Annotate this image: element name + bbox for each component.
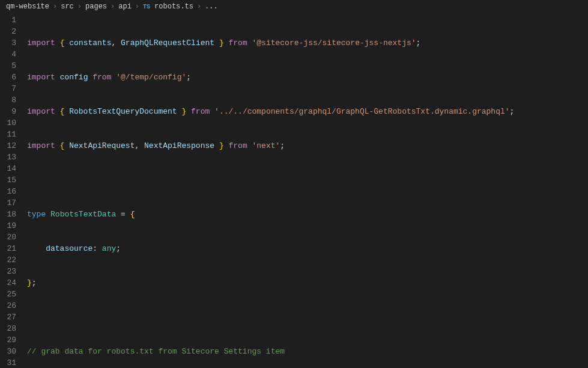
chevron-right-icon: › (77, 2, 82, 11)
code-line[interactable]: // grab data for robots.txt from Sitecor… (27, 346, 588, 357)
line-number: 2 (0, 26, 16, 37)
breadcrumb-item[interactable]: src (61, 2, 74, 11)
line-number: 12 (0, 140, 16, 152)
code-editor[interactable]: 1234567891011121314151617181920212223242… (0, 13, 588, 368)
line-number: 26 (0, 300, 16, 311)
line-number: 24 (0, 277, 16, 289)
code-line[interactable]: }; (27, 277, 588, 289)
line-number: 23 (0, 266, 16, 277)
breadcrumb-item[interactable]: api (118, 2, 132, 11)
code-line[interactable] (27, 311, 588, 323)
line-number: 22 (0, 254, 16, 266)
line-number: 20 (0, 232, 16, 243)
breadcrumb-item[interactable]: pages (85, 2, 107, 11)
line-number: 17 (0, 197, 16, 209)
line-number: 27 (0, 311, 16, 323)
line-number: 28 (0, 323, 16, 334)
line-number: 14 (0, 163, 16, 174)
line-number: 13 (0, 152, 16, 163)
code-line[interactable]: import { constants, GraphQLRequestClient… (27, 37, 588, 49)
line-number: 3 (0, 37, 16, 49)
code-area[interactable]: import { constants, GraphQLRequestClient… (27, 13, 588, 368)
line-number: 10 (0, 117, 16, 129)
code-line[interactable]: type RobotsTextData = { (27, 209, 588, 220)
code-line[interactable]: import { RobotsTextQueryDocument } from … (27, 106, 588, 117)
line-number: 5 (0, 60, 16, 72)
line-number: 31 (0, 357, 16, 368)
line-number: 6 (0, 72, 16, 83)
line-number: 8 (0, 94, 16, 106)
line-number: 11 (0, 129, 16, 140)
line-number: 25 (0, 289, 16, 300)
line-number: 18 (0, 209, 16, 220)
breadcrumb-item[interactable]: qm-website (6, 2, 49, 11)
line-number: 29 (0, 334, 16, 346)
breadcrumb[interactable]: qm-website › src › pages › api › TS robo… (0, 0, 588, 13)
line-number: 1 (0, 14, 16, 26)
chevron-right-icon: › (111, 2, 115, 11)
line-number-gutter: 1234567891011121314151617181920212223242… (0, 13, 27, 368)
line-number: 19 (0, 220, 16, 232)
code-line[interactable]: datasource: any; (27, 243, 588, 254)
chevron-right-icon: › (53, 2, 57, 11)
breadcrumb-item[interactable]: robots.ts (154, 2, 193, 11)
breadcrumb-item[interactable]: ... (205, 2, 218, 11)
chevron-right-icon: › (135, 2, 139, 11)
code-line[interactable]: import config from '@/temp/config'; (27, 72, 588, 83)
line-number: 4 (0, 49, 16, 60)
code-line[interactable] (27, 174, 588, 186)
line-number: 7 (0, 83, 16, 94)
line-number: 9 (0, 106, 16, 117)
typescript-icon: TS (143, 4, 150, 10)
line-number: 21 (0, 243, 16, 254)
line-number: 30 (0, 346, 16, 357)
line-number: 15 (0, 174, 16, 186)
chevron-right-icon: › (197, 2, 201, 11)
line-number: 16 (0, 186, 16, 197)
code-line[interactable]: import { NextApiRequest, NextApiResponse… (27, 140, 588, 152)
